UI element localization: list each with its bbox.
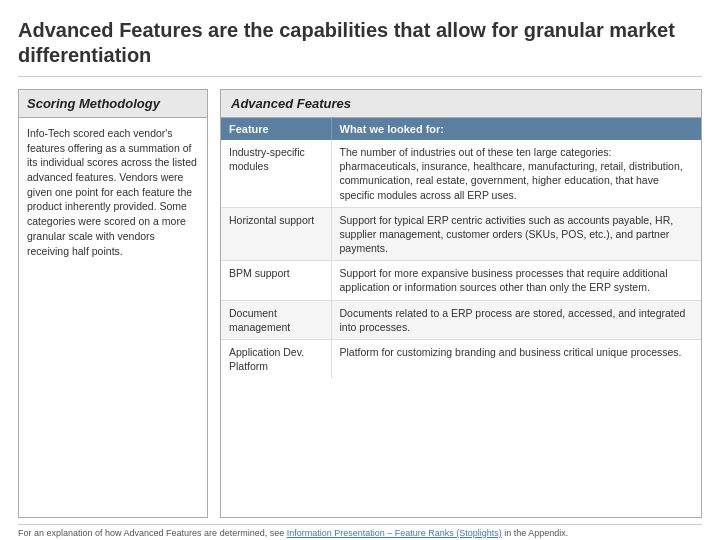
footer-text-after: in the Appendix. [502, 528, 569, 538]
footer-area: For an explanation of how Advanced Featu… [18, 524, 702, 540]
features-table: Feature What we looked for: Industry-spe… [221, 118, 701, 378]
scoring-column: Scoring Methodology Info-Tech scored eac… [18, 89, 208, 518]
feature-name-cell: BPM support [221, 261, 331, 300]
feature-name-cell: Industry-specific modules [221, 140, 331, 207]
feature-name-cell: Horizontal support [221, 207, 331, 261]
col-feature-header: Feature [221, 118, 331, 140]
features-header: Advanced Features [221, 90, 701, 118]
appendix-link[interactable]: Information Presentation – Feature Ranks… [287, 528, 502, 538]
feature-description-cell: Platform for customizing branding and bu… [331, 339, 701, 378]
table-row: Document managementDocuments related to … [221, 300, 701, 339]
page-container: Advanced Features are the capabilities t… [0, 0, 720, 540]
feature-description-cell: Support for typical ERP centric activiti… [331, 207, 701, 261]
feature-description-cell: The number of industries out of these te… [331, 140, 701, 207]
feature-description-cell: Documents related to a ERP process are s… [331, 300, 701, 339]
main-content: Scoring Methodology Info-Tech scored eac… [18, 89, 702, 518]
scoring-header: Scoring Methodology [19, 90, 207, 118]
feature-name-cell: Application Dev. Platform [221, 339, 331, 378]
table-row: Application Dev. PlatformPlatform for cu… [221, 339, 701, 378]
features-column: Advanced Features Feature What we looked… [220, 89, 702, 518]
scoring-body: Info-Tech scored each vendor's features … [19, 118, 207, 266]
col-description-header: What we looked for: [331, 118, 701, 140]
table-row: Industry-specific modulesThe number of i… [221, 140, 701, 207]
feature-name-cell: Document management [221, 300, 331, 339]
feature-description-cell: Support for more expansive business proc… [331, 261, 701, 300]
table-header-row: Feature What we looked for: [221, 118, 701, 140]
table-row: Horizontal supportSupport for typical ER… [221, 207, 701, 261]
page-title: Advanced Features are the capabilities t… [18, 18, 702, 77]
footer-text-before: For an explanation of how Advanced Featu… [18, 528, 287, 538]
footer-explanation: For an explanation of how Advanced Featu… [18, 528, 702, 538]
table-row: BPM supportSupport for more expansive bu… [221, 261, 701, 300]
